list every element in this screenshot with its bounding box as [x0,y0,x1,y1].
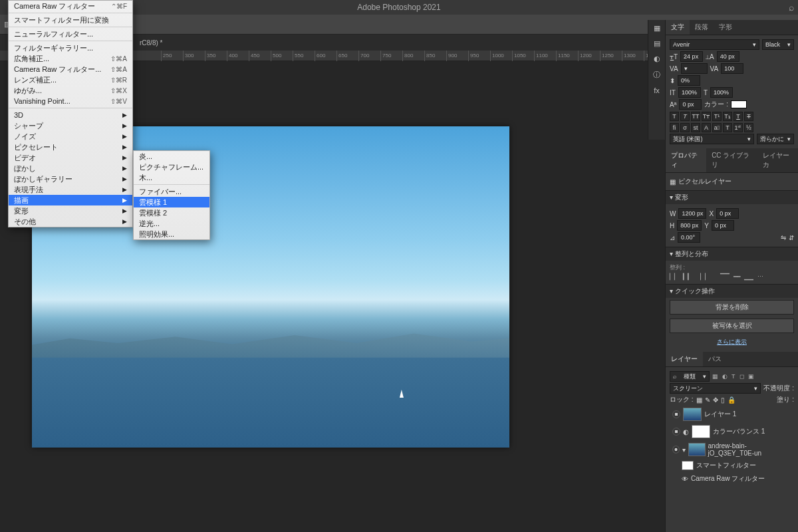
language-dropdown[interactable]: 英語 (米国)▾ [670,134,754,144]
menu-item[interactable]: その他▶ [9,216,132,227]
italic-button[interactable]: T [680,112,690,121]
menu-item[interactable]: ピクセレート▶ [9,142,132,152]
height-field[interactable]: 800 px [677,220,702,231]
styles-icon[interactable]: fx [654,86,660,94]
tab-character[interactable]: 文字 [666,20,690,35]
smart-filter-row[interactable]: スマートフィルター [670,459,794,472]
expand-icon[interactable]: ▾ [682,446,686,454]
adjustments-icon[interactable]: ◐ [654,55,660,63]
layer-thumb[interactable] [683,408,702,421]
menu-item[interactable]: ぼかし▶ [9,163,132,174]
tab-properties[interactable]: プロパティ [666,148,706,172]
align-top-icon[interactable]: ▔▔ [720,273,730,280]
ot-sigma[interactable]: σ [680,123,690,132]
filter-name[interactable]: Camera Raw フィルター [691,474,765,483]
visibility-icon[interactable] [672,446,680,454]
menu-item[interactable]: 3D▶ [9,110,132,120]
filter-smart-icon[interactable]: ▣ [748,373,754,380]
remove-bg-button[interactable]: 背景を削除 [670,300,794,315]
align-right-icon[interactable]: ▕▕ [696,273,706,280]
layer-thumb[interactable] [688,443,705,456]
quick-actions-header[interactable]: ▾ クイック操作 [666,284,798,298]
font-family-dropdown[interactable]: Avenir▾ [670,39,759,50]
menu-item[interactable]: スマートフィルター用に変換 [9,15,132,25]
tab-paths[interactable]: パス [703,352,727,366]
filter-type-icon[interactable]: T [732,373,735,380]
lock-all-icon[interactable]: 🔒 [728,396,735,404]
menu-item[interactable]: 雲模様 2 [134,207,209,218]
menu-item[interactable]: 照明効果... [134,229,209,239]
search-icon[interactable]: ⌕ [789,2,794,13]
menu-item[interactable]: 木... [134,172,209,183]
menu-item[interactable]: ニューラルフィルター... [9,29,132,39]
menu-item[interactable]: 広角補正...⇧⌘A [9,53,132,64]
blend-mode-dropdown[interactable]: スクリーン▾ [670,383,761,394]
transform-header[interactable]: ▾ 変形 [666,190,798,204]
visibility-icon[interactable] [672,428,680,436]
allcaps-button[interactable]: TT [691,112,700,121]
menu-item[interactable]: 逆光... [134,218,209,229]
tab-cclib[interactable]: CC ライブラリ [706,148,757,172]
flip-h-icon[interactable]: ⇋ [781,234,786,241]
menu-item[interactable]: ピクチャフレーム... [134,162,209,172]
ot-A[interactable]: A [702,123,711,132]
angle-field[interactable]: 0.00° [678,232,700,243]
vert-field[interactable]: 100% [710,87,733,98]
menu-item[interactable]: 変形▶ [9,205,132,216]
menu-item[interactable]: 表現手法▶ [9,184,132,195]
visibility-icon[interactable] [672,410,680,418]
smart-filter-item[interactable]: 👁 Camera Raw フィルター [670,472,794,485]
font-size-field[interactable]: 24 px [680,51,703,62]
y-field[interactable]: 0 px [712,220,734,231]
layer-row[interactable]: ▾ andrew-bain-jO_Q3EY_T0E-un [670,440,794,459]
layer-name[interactable]: レイヤー 1 [704,410,736,419]
ot-ad[interactable]: aͩ [712,123,722,132]
layer-name[interactable]: カラーバランス 1 [713,427,765,436]
tab-paragraph[interactable]: 段落 [690,20,714,35]
text-color-swatch[interactable] [731,100,747,108]
smallcaps-button[interactable]: Tᴛ [702,112,711,121]
document-tab[interactable]: rC8/8) * [133,37,169,49]
menu-item[interactable]: ファイバー... [134,186,209,197]
menu-item-camera-raw[interactable]: Camera Raw フィルター ⌃⌘F [9,1,132,11]
vert-scale-field[interactable]: 0% [678,75,700,86]
baseline-field[interactable]: 0 px [679,99,702,110]
kerning-dropdown[interactable]: ▾ [681,63,708,74]
ot-1st[interactable]: 1ˢᵗ [733,123,743,132]
layer-row[interactable]: レイヤー 1 [670,406,794,423]
flip-v-icon[interactable]: ⇵ [789,234,794,241]
tab-layers[interactable]: レイヤー [666,352,703,366]
collapsed-panel-strip[interactable]: ▦ ▤ ◐ ⓘ fx [648,20,665,140]
layer-name[interactable]: andrew-bain-jO_Q3EY_T0E-un [708,442,791,457]
tracking-field[interactable]: 100 [721,63,743,74]
bold-button[interactable]: T [670,112,679,121]
align-more-icon[interactable]: ⋯ [757,273,763,280]
width-field[interactable]: 1200 px [678,208,706,219]
align-vcenter-icon[interactable]: ━━ [733,273,740,280]
menu-item[interactable]: レンズ補正...⇧⌘R [9,74,132,85]
info-icon[interactable]: ⓘ [653,70,660,80]
antialias-dropdown[interactable]: 滑らかに▾ [757,134,794,144]
visibility-icon[interactable]: 👁 [682,475,688,483]
mask-thumb[interactable] [692,425,710,438]
underline-button[interactable]: T [733,112,743,121]
menu-item[interactable]: Vanishing Point...⇧⌘V [9,96,132,106]
filter-adjust-icon[interactable]: ◐ [722,373,728,380]
lock-art-icon[interactable]: ▯ [721,396,725,404]
filter-pixel-icon[interactable]: ▦ [712,373,718,380]
ot-fi[interactable]: fi [670,123,679,132]
strike-button[interactable]: T [744,112,753,121]
subscript-button[interactable]: T₁ [723,112,732,121]
select-subject-button[interactable]: 被写体を選択 [670,319,794,333]
lock-paint-icon[interactable]: ✎ [705,396,710,404]
tab-glyphs[interactable]: 字形 [714,20,737,35]
filter-mask-thumb[interactable] [682,461,694,470]
menu-item[interactable]: ビデオ▶ [9,152,132,163]
superscript-button[interactable]: T¹ [712,112,722,121]
menu-item[interactable]: 描画▶ [9,195,132,205]
menu-item[interactable]: フィルターギャラリー... [9,43,132,53]
menu-item[interactable]: ゆがみ...⇧⌘X [9,85,132,96]
font-weight-dropdown[interactable]: Black▾ [762,39,794,50]
lock-trans-icon[interactable]: ▦ [696,396,702,404]
x-field[interactable]: 0 px [716,208,739,219]
